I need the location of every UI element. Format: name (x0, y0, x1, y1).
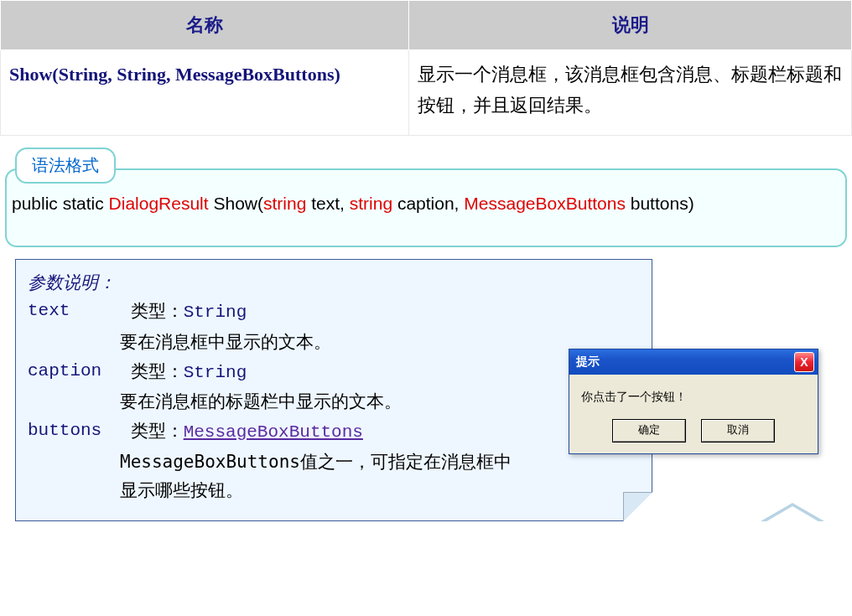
cancel-button[interactable]: 取消 (702, 420, 774, 442)
param-name: text (28, 297, 120, 326)
param-desc: 要在消息框中显示的文本。 (120, 328, 640, 357)
param-type-prefix: 类型： (131, 301, 184, 321)
param-desc: 显示哪些按钮。 (120, 476, 640, 505)
method-signature: Show(String, String, MessageBoxButtons) (9, 64, 340, 85)
dialog-message: 你点击了一个按钮！ (569, 375, 818, 413)
param-type-prefix: 类型： (131, 421, 184, 441)
header-desc: 说明 (409, 1, 852, 50)
param-type-link[interactable]: MessageBoxButtons (184, 422, 363, 442)
param-desc: MessageBoxButtons值之一，可指定在消息框中 (120, 448, 640, 477)
close-icon[interactable]: X (794, 352, 814, 372)
param-type: String (184, 363, 247, 382)
syntax-keyword: string (263, 194, 306, 213)
dialog-title: 提示 (576, 355, 600, 370)
syntax-text: public static (12, 194, 109, 213)
corner-fold-icon (623, 492, 652, 521)
syntax-tab-label: 语法格式 (15, 148, 116, 184)
syntax-keyword: string (350, 194, 392, 213)
syntax-text: buttons) (626, 194, 694, 213)
syntax-return-type: DialogResult (109, 194, 209, 213)
hexagon-decoration-icon (755, 503, 830, 521)
syntax-box: public static DialogResult Show(string t… (5, 168, 847, 247)
dialog-titlebar[interactable]: 提示 X (569, 349, 818, 375)
syntax-text: caption, (392, 194, 464, 213)
ok-button[interactable]: 确定 (613, 420, 685, 442)
message-box-dialog: 提示 X 你点击了一个按钮！ 确定 取消 (569, 349, 818, 454)
param-row: buttons 类型：MessageBoxButtons MessageBoxB… (28, 417, 640, 505)
dialog-button-row: 确定 取消 (569, 413, 818, 453)
table-row: Show(String, String, MessageBoxButtons) … (1, 50, 852, 136)
syntax-text: text, (306, 194, 349, 213)
param-type: String (184, 303, 247, 322)
definition-table: 名称 说明 Show(String, String, MessageBoxBut… (0, 0, 852, 136)
syntax-text: Show( (209, 194, 263, 213)
param-row: caption 类型：String 要在消息框的标题栏中显示的文本。 (28, 357, 640, 417)
header-name: 名称 (1, 1, 409, 50)
method-description: 显示一个消息框，该消息框包含消息、标题栏标题和按钮，并且返回结果。 (409, 50, 852, 136)
param-row: text 类型：String 要在消息框中显示的文本。 (28, 297, 640, 356)
params-panel: 参数说明： text 类型：String 要在消息框中显示的文本。 captio… (15, 259, 652, 521)
syntax-section: 语法格式 public static DialogResult Show(str… (5, 148, 847, 247)
param-name: buttons (28, 417, 120, 446)
params-title: 参数说明： (28, 268, 640, 298)
param-desc: 要在消息框的标题栏中显示的文本。 (120, 387, 640, 417)
syntax-keyword: MessageBoxButtons (464, 194, 626, 213)
param-type-prefix: 类型： (131, 361, 184, 381)
param-name: caption (28, 357, 120, 386)
